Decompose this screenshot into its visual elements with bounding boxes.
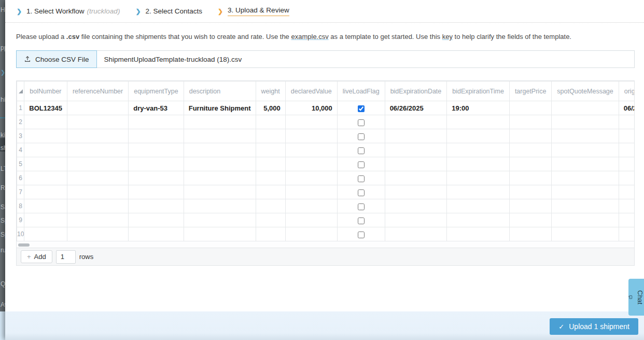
cell-bolNumber[interactable] <box>24 115 67 129</box>
row-number[interactable]: 1 <box>17 101 24 115</box>
cell-bidExpirationTime[interactable] <box>447 227 510 241</box>
cell-bidExpirationTime[interactable] <box>447 199 510 213</box>
cell-weight[interactable] <box>256 129 285 143</box>
step-select-contacts[interactable]: ❯ 2. Select Contacts <box>135 7 202 15</box>
cell-description[interactable] <box>184 115 256 129</box>
column-header-bidExpirationTime[interactable]: bidExpirationTime <box>447 81 510 101</box>
sidebar-item[interactable]: ru <box>1 247 5 254</box>
cell-description[interactable] <box>184 129 256 143</box>
cell-targetPrice[interactable] <box>509 143 551 157</box>
cell-referenceNumber[interactable] <box>67 227 128 241</box>
cell-bidExpirationDate[interactable] <box>385 171 447 185</box>
cell-referenceNumber[interactable] <box>67 115 128 129</box>
cell-description[interactable] <box>184 143 256 157</box>
cell-weight[interactable] <box>256 171 285 185</box>
cell-bidExpirationTime[interactable]: 19:00 <box>447 101 510 115</box>
cell-bolNumber[interactable] <box>24 171 67 185</box>
sidebar-item[interactable]: Sp <box>1 217 5 224</box>
cell-description[interactable] <box>184 185 256 199</box>
cell-bidExpirationTime[interactable] <box>447 129 510 143</box>
cell-origin[interactable] <box>619 213 634 227</box>
cell-liveLoadFlag[interactable] <box>337 199 385 213</box>
live-load-checkbox[interactable] <box>358 232 365 238</box>
cell-equipmentType[interactable] <box>129 171 184 185</box>
cell-targetPrice[interactable] <box>509 157 551 171</box>
live-load-checkbox[interactable] <box>358 105 365 112</box>
column-header-targetPrice[interactable]: targetPrice <box>509 81 551 101</box>
column-header-origin[interactable]: origin <box>619 81 634 101</box>
live-load-checkbox[interactable] <box>358 189 365 196</box>
chat-tab[interactable]: Chat <box>628 279 644 316</box>
example-csv-link[interactable]: example.csv <box>291 33 328 40</box>
sidebar-item[interactable]: He <box>1 6 5 13</box>
cell-origin[interactable]: 06/27/2025 <box>619 101 634 115</box>
sidebar-item[interactable]: ppy <box>1 44 5 51</box>
sidebar-item[interactable]: Sp <box>1 231 5 238</box>
row-number[interactable]: 10 <box>17 227 24 241</box>
cell-targetPrice[interactable] <box>509 213 551 227</box>
live-load-checkbox[interactable] <box>358 133 365 140</box>
cell-declaredValue[interactable] <box>285 157 337 171</box>
live-load-checkbox[interactable] <box>358 161 365 168</box>
cell-equipmentType[interactable] <box>129 143 184 157</box>
cell-spotQuoteMessage[interactable] <box>552 157 619 171</box>
row-number[interactable]: 6 <box>17 171 24 185</box>
cell-spotQuoteMessage[interactable] <box>552 185 619 199</box>
cell-spotQuoteMessage[interactable] <box>552 143 619 157</box>
live-load-checkbox[interactable] <box>358 217 365 224</box>
cell-equipmentType[interactable] <box>129 129 184 143</box>
cell-targetPrice[interactable] <box>509 199 551 213</box>
cell-origin[interactable] <box>619 227 634 241</box>
cell-declaredValue[interactable] <box>285 115 337 129</box>
cell-weight[interactable] <box>256 199 285 213</box>
cell-bidExpirationDate[interactable] <box>385 227 447 241</box>
cell-equipmentType[interactable] <box>129 157 184 171</box>
cell-bolNumber[interactable] <box>24 143 67 157</box>
cell-equipmentType[interactable] <box>129 199 184 213</box>
live-load-checkbox[interactable] <box>358 175 365 182</box>
sidebar-item[interactable]: hip <box>1 96 5 103</box>
row-number[interactable]: 2 <box>17 115 24 129</box>
row-number[interactable]: 5 <box>17 157 24 171</box>
cell-liveLoadFlag[interactable] <box>337 227 385 241</box>
step-upload-review[interactable]: ❯ 3. Upload & Review <box>218 6 289 16</box>
cell-bidExpirationTime[interactable] <box>447 171 510 185</box>
cell-bolNumber[interactable] <box>24 157 67 171</box>
cell-liveLoadFlag[interactable] <box>337 101 385 115</box>
cell-bolNumber[interactable] <box>24 129 67 143</box>
cell-declaredValue[interactable]: 10,000 <box>285 101 337 115</box>
cell-bolNumber[interactable] <box>24 213 67 227</box>
column-header-bidExpirationDate[interactable]: bidExpirationDate <box>385 81 447 101</box>
cell-description[interactable] <box>184 157 256 171</box>
step-select-workflow[interactable]: ❯ 1. Select Workflow (truckload) <box>17 7 120 15</box>
live-load-checkbox[interactable] <box>358 119 365 126</box>
cell-targetPrice[interactable] <box>509 129 551 143</box>
live-load-checkbox[interactable] <box>358 147 365 154</box>
cell-targetPrice[interactable] <box>509 115 551 129</box>
cell-bidExpirationDate[interactable] <box>385 185 447 199</box>
cell-bidExpirationDate[interactable] <box>385 213 447 227</box>
cell-liveLoadFlag[interactable] <box>337 143 385 157</box>
row-number[interactable]: 8 <box>17 199 24 213</box>
cell-declaredValue[interactable] <box>285 213 337 227</box>
sidebar-item[interactable]: Sa <box>1 203 5 211</box>
cell-origin[interactable] <box>619 171 634 185</box>
cell-targetPrice[interactable] <box>509 185 551 199</box>
cell-bidExpirationDate[interactable] <box>385 129 447 143</box>
cell-equipmentType[interactable] <box>129 185 184 199</box>
sidebar-item[interactable]: ki <box>1 131 5 139</box>
cell-origin[interactable] <box>619 199 634 213</box>
row-number[interactable]: 3 <box>17 129 24 143</box>
sidebar-item[interactable]: Re <box>1 184 5 192</box>
cell-weight[interactable]: 5,000 <box>256 101 285 115</box>
column-header-spotQuoteMessage[interactable]: spotQuoteMessage <box>552 81 619 101</box>
cell-spotQuoteMessage[interactable] <box>552 129 619 143</box>
cell-targetPrice[interactable] <box>509 227 551 241</box>
cell-referenceNumber[interactable] <box>67 185 128 199</box>
column-header-liveLoadFlag[interactable]: liveLoadFlag <box>337 81 385 101</box>
cell-origin[interactable] <box>619 157 634 171</box>
cell-description[interactable] <box>184 199 256 213</box>
cell-weight[interactable] <box>256 157 285 171</box>
cell-bidExpirationDate[interactable]: 06/26/2025 <box>385 101 447 115</box>
cell-targetPrice[interactable] <box>509 101 551 115</box>
